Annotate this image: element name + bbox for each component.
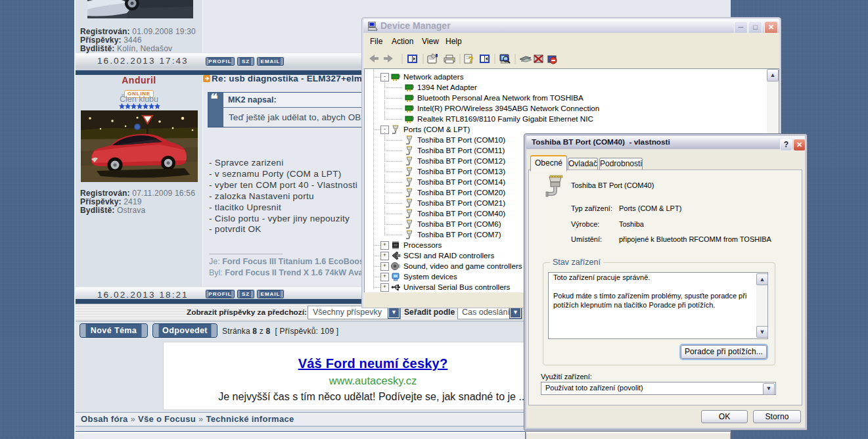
svg-text:?: ? xyxy=(468,55,473,64)
